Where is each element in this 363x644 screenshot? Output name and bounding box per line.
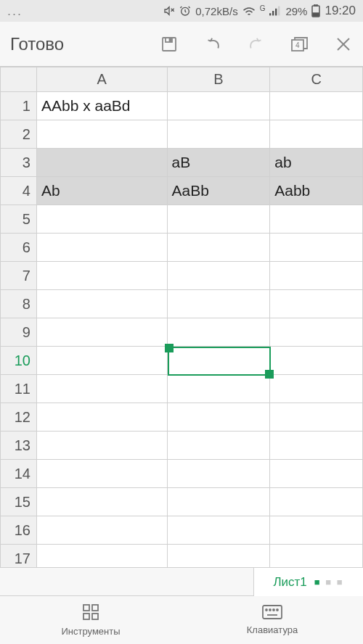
row-header-12[interactable]: 12	[1, 403, 37, 432]
row-header-5[interactable]: 5	[1, 205, 37, 234]
cell-B13[interactable]	[167, 432, 270, 460]
cell-C15[interactable]	[270, 488, 363, 516]
cell-C16[interactable]	[270, 516, 363, 545]
tools-button[interactable]: Инструменты	[0, 596, 182, 644]
cell-C8[interactable]	[270, 290, 363, 318]
cell-C4[interactable]: Aabb	[270, 177, 363, 205]
cell-A17[interactable]	[36, 545, 167, 568]
cell-A10[interactable]	[36, 347, 167, 375]
svg-rect-8	[314, 4, 317, 6]
cell-B5[interactable]	[167, 205, 270, 234]
cell-B4[interactable]: AaBb	[167, 177, 270, 205]
row-header-7[interactable]: 7	[1, 262, 37, 290]
cell-C6[interactable]	[270, 234, 363, 262]
cell-A2[interactable]	[36, 120, 167, 149]
cell-A7[interactable]	[36, 262, 167, 290]
svg-point-22	[266, 609, 267, 611]
cell-B12[interactable]	[167, 403, 270, 432]
cell-A11[interactable]	[36, 375, 167, 403]
cell-A8[interactable]	[36, 290, 167, 318]
cell-B17[interactable]	[167, 545, 270, 568]
cell-B2[interactable]	[167, 120, 270, 149]
cell-B3[interactable]: aB	[167, 149, 270, 177]
row-header-8[interactable]: 8	[1, 290, 37, 318]
cell-B14[interactable]	[167, 460, 270, 488]
keyboard-icon	[262, 605, 282, 622]
cell-C17[interactable]	[270, 545, 363, 568]
cell-B16[interactable]	[167, 516, 270, 545]
cell-A4[interactable]: Ab	[36, 177, 167, 205]
cell-A6[interactable]	[36, 234, 167, 262]
cell-C7[interactable]	[270, 262, 363, 290]
keyboard-button[interactable]: Клавиатура	[182, 596, 363, 644]
cell-C11[interactable]	[270, 375, 363, 403]
cell-B9[interactable]	[167, 318, 270, 347]
cell-C5[interactable]	[270, 205, 363, 234]
col-header-B[interactable]: B	[167, 67, 270, 92]
row-header-3[interactable]: 3	[1, 149, 37, 177]
row-header-2[interactable]: 2	[1, 120, 37, 149]
row-header-15[interactable]: 15	[1, 488, 37, 516]
cell-C10[interactable]	[270, 347, 363, 375]
svg-rect-9	[313, 13, 319, 16]
svg-rect-3	[269, 13, 271, 15]
cell-A16[interactable]	[36, 516, 167, 545]
status-right: 0,72kB/s G 29% 19:20	[163, 4, 356, 18]
cell-C13[interactable]	[270, 432, 363, 460]
done-button[interactable]: Готово	[10, 34, 64, 54]
row-header-11[interactable]: 11	[1, 375, 37, 403]
row-header-4[interactable]: 4	[1, 177, 37, 205]
row-header-9[interactable]: 9	[1, 318, 37, 347]
redo-icon[interactable]	[247, 35, 266, 54]
bottom-panel: Инструменты Клавиатура	[0, 596, 363, 644]
row-header-16[interactable]: 16	[1, 516, 37, 545]
cell-A14[interactable]	[36, 460, 167, 488]
sheets-icon[interactable]: 4	[290, 35, 309, 54]
cell-A12[interactable]	[36, 403, 167, 432]
cell-C14[interactable]	[270, 460, 363, 488]
cell-C3[interactable]: ab	[270, 149, 363, 177]
svg-point-24	[273, 609, 274, 611]
signal-label: G	[260, 4, 266, 12]
tools-label: Инструменты	[61, 626, 120, 637]
grid-table[interactable]: A B C 1AAbb x aaBd23aBab4AbAaBbAabb56789…	[0, 67, 363, 567]
cell-C1[interactable]	[270, 92, 363, 120]
row-header-10[interactable]: 10	[1, 347, 37, 375]
cell-B1[interactable]	[167, 92, 270, 120]
cell-A5[interactable]	[36, 205, 167, 234]
cell-C9[interactable]	[270, 318, 363, 347]
cell-B7[interactable]	[167, 262, 270, 290]
spreadsheet[interactable]: A B C 1AAbb x aaBd23aBab4AbAaBbAabb56789…	[0, 67, 363, 567]
keyboard-label: Клавиатура	[247, 624, 298, 635]
battery-icon	[311, 4, 320, 17]
mute-icon	[163, 5, 175, 17]
row-header-1[interactable]: 1	[1, 92, 37, 120]
corner-cell[interactable]	[1, 67, 37, 92]
cell-B6[interactable]	[167, 234, 270, 262]
row-header-13[interactable]: 13	[1, 432, 37, 460]
sheet-tab-active[interactable]: Лист1 ■ ■ ■	[254, 568, 363, 596]
cell-B10[interactable]	[167, 347, 270, 375]
svg-rect-19	[83, 614, 89, 619]
col-header-C[interactable]: C	[270, 67, 363, 92]
cell-C2[interactable]	[270, 120, 363, 149]
cell-A3[interactable]	[36, 149, 167, 177]
cell-A15[interactable]	[36, 488, 167, 516]
save-icon[interactable]	[160, 35, 179, 54]
cell-B11[interactable]	[167, 375, 270, 403]
svg-rect-12	[170, 38, 171, 41]
row-header-6[interactable]: 6	[1, 234, 37, 262]
cell-A9[interactable]	[36, 318, 167, 347]
cell-A1[interactable]: AAbb x aaBd	[36, 92, 167, 120]
col-header-A[interactable]: A	[36, 67, 167, 92]
cell-B8[interactable]	[167, 290, 270, 318]
svg-rect-4	[272, 11, 274, 15]
cell-C12[interactable]	[270, 403, 363, 432]
row-header-14[interactable]: 14	[1, 460, 37, 488]
row-header-17[interactable]: 17	[1, 545, 37, 568]
cell-A13[interactable]	[36, 432, 167, 460]
undo-icon[interactable]	[203, 35, 222, 54]
cell-B15[interactable]	[167, 488, 270, 516]
sheet-tab-blank[interactable]	[0, 568, 254, 596]
close-icon[interactable]	[334, 35, 353, 54]
